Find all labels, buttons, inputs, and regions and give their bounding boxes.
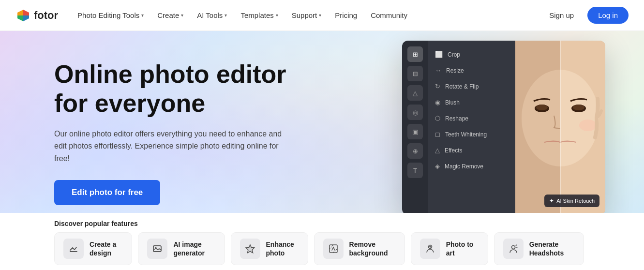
features-cards: Create a design AI image generator (0, 232, 644, 265)
enhance-icon (240, 239, 260, 259)
svg-point-13 (579, 120, 597, 131)
teeth-icon: ◻ (435, 131, 440, 138)
crop-icon: ⬜ (435, 51, 443, 58)
menu-effects[interactable]: △ Effects (428, 142, 515, 158)
nav-support[interactable]: Support ▾ (286, 7, 328, 23)
feature-card-remove-bg[interactable]: Remove background (314, 232, 405, 265)
logo[interactable]: fotor (15, 8, 58, 23)
features-title: Discover popular features (0, 213, 644, 232)
navbar: fotor Photo Editing Tools ▾ Create ▾ AI … (0, 0, 644, 31)
panel-icon-group[interactable]: ⊕ (407, 143, 423, 159)
svg-rect-16 (153, 246, 161, 252)
hero-section: Online photo editor for everyone Our onl… (0, 31, 644, 270)
ai-image-icon (147, 239, 167, 259)
menu-teeth-whitening[interactable]: ◻ Teeth Whitening (428, 126, 515, 142)
panel-icon-adjustments[interactable]: ⊟ (407, 66, 423, 81)
nav-ai-tools[interactable]: AI Tools ▾ (191, 7, 233, 23)
resize-icon: ↔ (435, 67, 441, 74)
nav-photo-editing-tools[interactable]: Photo Editing Tools ▾ (72, 7, 150, 23)
photo-art-icon (420, 239, 440, 259)
reshape-icon: ⬡ (435, 115, 440, 122)
login-button[interactable]: Log in (587, 7, 629, 24)
menu-magic-remove[interactable]: ◈ Magic Remove (428, 158, 515, 174)
hero-subtitle: Our online photo editor offers everythin… (54, 128, 286, 165)
menu-blush[interactable]: ◉ Blush (428, 94, 515, 110)
nav-right: Sign up Log in (541, 7, 629, 24)
signup-button[interactable]: Sign up (541, 7, 582, 23)
panel-icon-person[interactable]: △ (407, 85, 423, 101)
feature-label-ai-image: AI image generator (173, 240, 215, 257)
feature-label-remove-bg: Remove background (349, 240, 396, 257)
ai-skin-retouch-badge: ✦ AI Skin Retouch (544, 195, 599, 207)
hero-content: Online photo editor for everyone Our onl… (0, 31, 290, 205)
feature-card-ai-image[interactable]: AI image generator (138, 232, 225, 265)
feature-label-photo-art: Photo to art (446, 240, 479, 257)
logo-text: fotor (34, 9, 58, 22)
svg-point-17 (155, 247, 157, 249)
menu-rotate[interactable]: ↻ Rotate & Flip (428, 78, 515, 94)
feature-label-headshots: Generate Headshots (529, 240, 575, 257)
feature-card-enhance[interactable]: Enhance photo (231, 232, 308, 265)
panel-icon-frame[interactable]: ▣ (407, 124, 423, 139)
panel-icon-eye[interactable]: ◎ (407, 105, 423, 120)
svg-point-22 (511, 246, 515, 249)
editor-menu-panel: ⬜ Crop ↔ Resize ↻ Rotate & Flip ◉ Blush … (428, 41, 515, 215)
magic-icon: ◈ (435, 163, 440, 170)
rotate-icon: ↻ (435, 83, 440, 90)
feature-label-enhance: Enhance photo (266, 240, 299, 257)
nav-pricing[interactable]: Pricing (329, 7, 363, 23)
nav-create[interactable]: Create ▾ (151, 7, 189, 23)
feature-card-photo-art[interactable]: Photo to art (411, 232, 488, 265)
editor-photo-area: ✦ AI Skin Retouch (515, 41, 605, 215)
svg-rect-20 (329, 245, 337, 253)
nav-community[interactable]: Community (365, 7, 413, 23)
nav-items: Photo Editing Tools ▾ Create ▾ AI Tools … (72, 7, 541, 23)
feature-label-create-design: Create a design (90, 240, 123, 257)
feature-card-create-design[interactable]: Create a design (54, 232, 132, 265)
ai-icon: ✦ (549, 197, 554, 204)
chevron-down-icon: ▾ (319, 13, 321, 18)
chevron-down-icon: ▾ (141, 13, 144, 18)
headshots-icon (503, 239, 524, 259)
create-design-icon (63, 239, 84, 259)
chevron-down-icon: ▾ (225, 13, 227, 18)
logo-icon (15, 8, 31, 23)
cta-button[interactable]: Edit photo for free (54, 180, 160, 205)
svg-point-12 (573, 105, 584, 110)
features-strip: Discover popular features Create a desig… (0, 213, 644, 270)
effects-icon: △ (435, 147, 440, 154)
menu-reshape[interactable]: ⬡ Reshape (428, 110, 515, 126)
panel-icon-text[interactable]: T (407, 163, 423, 178)
blush-icon: ◉ (435, 99, 440, 106)
editor-mockup: ⊞ ⊟ △ ◎ ▣ ⊕ T ⬜ Crop ↔ Resize ↻ Rotate &… (402, 41, 605, 215)
feature-card-headshots[interactable]: Generate Headshots (494, 232, 584, 265)
chevron-down-icon: ▾ (181, 13, 183, 18)
editor-left-panel: ⊞ ⊟ △ ◎ ▣ ⊕ T (402, 41, 428, 215)
menu-crop[interactable]: ⬜ Crop (428, 46, 515, 62)
remove-bg-icon (323, 239, 344, 259)
nav-templates[interactable]: Templates ▾ (235, 7, 284, 23)
panel-icon-grid[interactable]: ⊞ (407, 46, 423, 62)
svg-point-8 (536, 105, 548, 110)
menu-resize[interactable]: ↔ Resize (428, 62, 515, 78)
hero-title: Online photo editor for everyone (54, 60, 290, 118)
chevron-down-icon: ▾ (276, 13, 278, 18)
